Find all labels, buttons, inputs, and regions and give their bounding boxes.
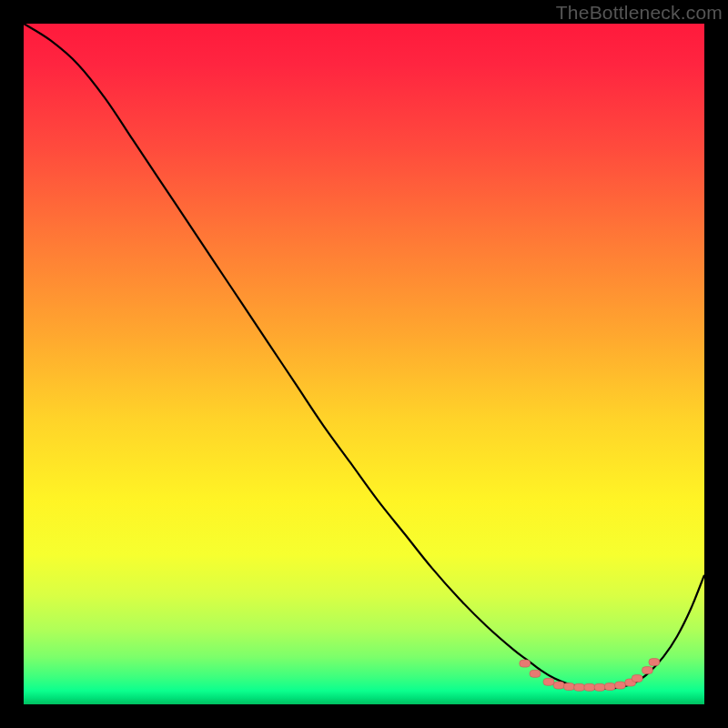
chart-marker — [553, 682, 564, 689]
chart-marker — [543, 678, 554, 685]
chart-curve — [24, 24, 704, 689]
chart-marker — [584, 683, 595, 691]
chart-marker — [530, 670, 541, 677]
chart-markers — [520, 659, 660, 692]
chart-marker — [632, 675, 642, 682]
chart-frame: TheBottleneck.com — [0, 0, 728, 728]
chart-marker — [642, 667, 652, 674]
chart-marker — [520, 660, 531, 667]
chart-marker — [563, 683, 574, 691]
chart-marker — [594, 683, 605, 691]
chart-svg — [24, 24, 704, 704]
chart-plot-area — [24, 24, 704, 704]
chart-marker — [574, 683, 585, 691]
chart-marker — [649, 659, 660, 666]
watermark-text: TheBottleneck.com — [556, 2, 723, 24]
chart-marker — [604, 683, 615, 691]
chart-marker — [615, 682, 626, 689]
